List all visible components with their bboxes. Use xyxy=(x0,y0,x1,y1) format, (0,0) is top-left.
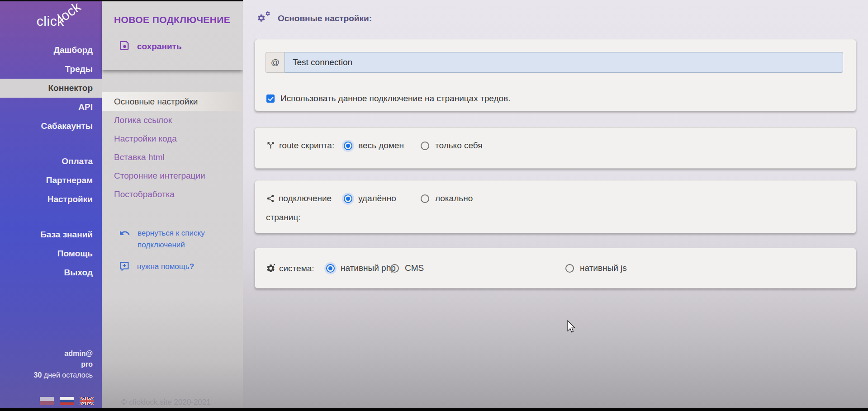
radio-label: локально xyxy=(435,194,473,203)
sidebar-item-threads[interactable]: Треды xyxy=(0,60,102,79)
page-title: Основные настройки: xyxy=(278,14,372,24)
need-help-link[interactable]: нужна помощь? xyxy=(102,261,243,274)
sidebar-item-help[interactable]: Помощь xyxy=(0,244,102,263)
menu-item-html-insert[interactable]: Вставка html xyxy=(102,148,243,166)
route-script-card: route скрипта: весь домен только себя xyxy=(255,127,856,169)
save-button[interactable]: сохранить xyxy=(119,40,182,53)
clicklock-logo[interactable]: clicklock xyxy=(37,14,88,29)
sidebar: clicklock Дашборд Треды Коннектор API Са… xyxy=(0,0,102,411)
radio-option-local[interactable]: локально xyxy=(421,194,473,203)
pages-connection-label: подключение страниц: xyxy=(266,190,356,226)
system-gear-icon xyxy=(266,262,275,279)
menu-item-postprocessing[interactable]: Постобработка xyxy=(102,185,243,203)
sidebar-item-partners[interactable]: Партнерам xyxy=(0,171,102,190)
sidebar-gap xyxy=(0,209,102,225)
account-plan: pro xyxy=(34,359,93,370)
share-icon xyxy=(266,192,275,209)
save-button-label: сохранить xyxy=(137,42,182,52)
at-prefix: @ xyxy=(266,52,285,73)
panel-title: НОВОЕ ПОДКЛЮЧЕНИЕ xyxy=(114,14,230,25)
radio-label: удалённо xyxy=(358,194,396,203)
flag-uk-icon[interactable] xyxy=(80,397,94,405)
radio-unselected-icon[interactable] xyxy=(421,142,429,150)
radio-label: весь домен xyxy=(358,141,404,151)
pages-connection-card: подключение страниц: удалённо локально xyxy=(255,180,856,233)
add-comment-icon xyxy=(119,261,130,274)
panel-links: вернуться к списку подключений нужна пом… xyxy=(102,227,243,283)
back-to-connections-link[interactable]: вернуться к списку подключений xyxy=(102,227,243,251)
app-window: clicklock Дашборд Треды Коннектор API Са… xyxy=(0,0,868,411)
connection-name-card: @ Использовать данное подключение на стр… xyxy=(255,39,856,111)
radio-label: нативный js xyxy=(580,263,627,273)
radio-selected-icon[interactable] xyxy=(326,264,335,273)
back-link-label: вернуться к списку подключений xyxy=(138,227,221,251)
radio-option-whole-domain[interactable]: весь домен xyxy=(344,141,404,151)
use-on-threads-checkbox[interactable] xyxy=(266,94,275,103)
letterbox-top xyxy=(0,0,243,1)
save-icon xyxy=(119,40,130,53)
connection-name-group: @ xyxy=(266,52,843,73)
language-switcher xyxy=(40,397,94,405)
radio-option-only-self[interactable]: только себя xyxy=(421,141,483,151)
radio-option-native-js[interactable]: нативный js xyxy=(565,263,627,273)
radio-option-cms[interactable]: CMS xyxy=(390,263,424,273)
radio-option-native-php[interactable]: нативный php xyxy=(326,263,396,273)
menu-item-third-party[interactable]: Сторонние интеграции xyxy=(102,166,243,185)
gears-icon xyxy=(256,11,272,26)
letterbox-bottom xyxy=(0,408,868,411)
use-on-threads-row: Использовать данное подключение на стран… xyxy=(266,94,510,104)
sidebar-item-dashboard[interactable]: Дашборд xyxy=(0,41,102,60)
panel-header: НОВОЕ ПОДКЛЮЧЕНИЕ сохранить xyxy=(102,0,243,70)
account-days-left: 30 дней осталось xyxy=(34,370,93,381)
sidebar-item-payment[interactable]: Оплата xyxy=(0,152,102,171)
route-split-icon xyxy=(266,139,275,156)
main-content: Основные настройки: @ Использовать данно… xyxy=(243,0,868,411)
route-script-label: route скрипта: xyxy=(266,137,356,156)
sidebar-item-subaccounts[interactable]: Сабакаунты xyxy=(0,117,102,136)
menu-item-code-settings[interactable]: Настройки кода xyxy=(102,129,243,148)
menu-item-basic-settings[interactable]: Основные настройки xyxy=(102,92,243,111)
radio-unselected-icon[interactable] xyxy=(390,264,399,273)
main-header: Основные настройки: xyxy=(256,11,372,26)
radio-label: CMS xyxy=(405,263,424,273)
sidebar-item-api[interactable]: API xyxy=(0,98,102,117)
flag-pl-icon[interactable] xyxy=(40,397,54,405)
radio-unselected-icon[interactable] xyxy=(565,264,574,273)
sidebar-item-connector[interactable]: Коннектор xyxy=(0,79,102,98)
use-on-threads-label: Использовать данное подключение на стран… xyxy=(280,94,510,104)
account-email: admin@ xyxy=(34,348,93,359)
radio-selected-icon[interactable] xyxy=(344,142,352,150)
connection-name-input[interactable] xyxy=(285,52,843,73)
sidebar-item-logout[interactable]: Выход xyxy=(0,263,102,282)
sidebar-gap xyxy=(0,136,102,152)
account-info: admin@ pro 30 дней осталось xyxy=(34,348,93,381)
flag-ru-icon[interactable] xyxy=(60,397,74,405)
radio-selected-icon[interactable] xyxy=(344,194,352,203)
sidebar-item-settings[interactable]: Настройки xyxy=(0,190,102,209)
help-link-label: нужна помощь? xyxy=(137,261,221,273)
radio-unselected-icon[interactable] xyxy=(421,194,429,203)
connection-panel: НОВОЕ ПОДКЛЮЧЕНИЕ сохранить Основные нас… xyxy=(102,0,243,411)
copyright: © clicklock.site 2020-2021 xyxy=(121,398,211,407)
connection-settings-menu: Основные настройки Логика ссылок Настрой… xyxy=(102,92,243,203)
undo-arrow-icon xyxy=(119,227,130,241)
radio-label: нативный php xyxy=(341,263,396,273)
sidebar-item-knowledge-base[interactable]: База знаний xyxy=(0,225,102,244)
sidebar-nav: Дашборд Треды Коннектор API Сабакаунты О… xyxy=(0,41,102,282)
system-card: система: нативный php CMS нативный js xyxy=(255,248,856,288)
radio-label: только себя xyxy=(435,141,483,151)
radio-option-remote[interactable]: удалённо xyxy=(344,194,396,203)
menu-item-link-logic[interactable]: Логика ссылок xyxy=(102,111,243,129)
